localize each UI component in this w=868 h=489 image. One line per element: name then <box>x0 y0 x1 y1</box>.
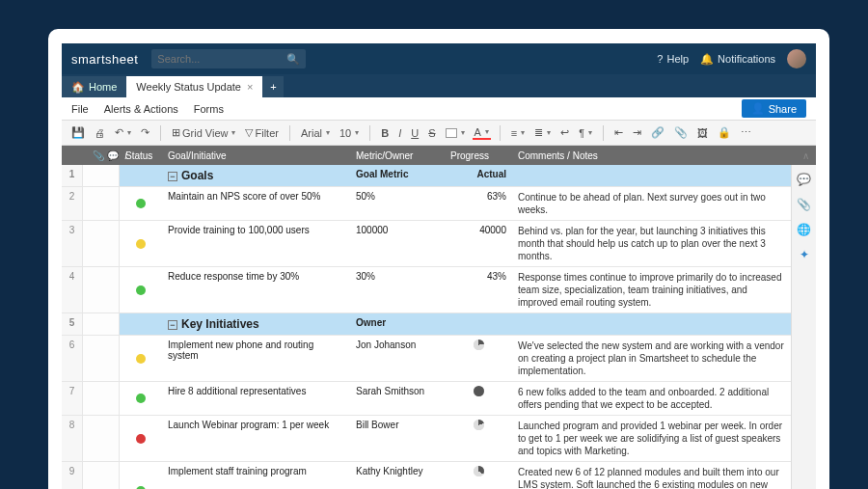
fill-color-button[interactable] <box>444 128 467 138</box>
close-icon[interactable]: × <box>247 81 253 93</box>
share-button[interactable]: 👤Share <box>742 99 806 118</box>
more-icon[interactable]: ⋯ <box>739 126 753 139</box>
col-progress[interactable]: Progress <box>445 150 512 161</box>
right-rail: 💬 📎 🌐 ✦ <box>791 165 816 489</box>
status-dot[interactable] <box>136 199 146 208</box>
fontsize-select[interactable]: 10 <box>338 127 361 139</box>
person-icon: 👤 <box>751 102 765 115</box>
col-metric[interactable]: Metric/Owner <box>350 150 445 161</box>
table-row[interactable]: 1−GoalsGoal MetricActual <box>62 165 791 187</box>
help-link[interactable]: ?Help <box>657 53 689 65</box>
status-dot[interactable] <box>136 285 146 295</box>
table-row[interactable]: 6Implement new phone and routing systemJ… <box>62 336 791 382</box>
help-icon: ? <box>657 53 663 65</box>
menu-file[interactable]: File <box>71 103 89 115</box>
attachments-rail-icon[interactable]: 📎 <box>798 198 811 211</box>
search-icon[interactable]: 🔍 <box>286 53 300 66</box>
toolbar: 💾 🖨 ↶ ↷ ⊞ Grid View ▽ Filter Arial 10 B … <box>62 121 816 146</box>
progress-pie-icon[interactable] <box>474 386 484 396</box>
col-comments[interactable]: Comments / Notes <box>512 150 795 161</box>
strike-button[interactable]: S <box>426 127 437 139</box>
table-row[interactable]: 8Launch Webinar program: 1 per weekBill … <box>62 416 791 462</box>
status-dot[interactable] <box>136 394 146 403</box>
status-dot[interactable] <box>136 239 146 249</box>
document-tab[interactable]: Weekly Status Update× <box>126 76 262 97</box>
collapse-rail-icon[interactable]: ∧ <box>795 150 816 161</box>
status-dot[interactable] <box>136 434 146 444</box>
attachment-header-icon[interactable]: 📎 <box>93 150 104 161</box>
home-icon: 🏠 <box>71 81 85 94</box>
image-icon[interactable]: 🖼 <box>695 127 710 139</box>
brand-logo: smartsheet <box>71 52 138 67</box>
bell-icon: 🔔 <box>700 53 714 66</box>
activity-rail-icon[interactable]: 🌐 <box>798 223 811 236</box>
comments-rail-icon[interactable]: 💬 <box>798 173 811 186</box>
menu-alerts[interactable]: Alerts & Actions <box>104 103 178 115</box>
text-color-button[interactable]: A <box>473 126 491 140</box>
status-dot[interactable] <box>136 354 146 364</box>
bold-button[interactable]: B <box>379 127 391 139</box>
filter-button[interactable]: ▽ Filter <box>243 126 280 139</box>
outdent-icon[interactable]: ⇤ <box>612 126 625 139</box>
align-left-icon[interactable]: ≡ <box>509 127 527 139</box>
col-status[interactable]: Status <box>120 150 162 161</box>
save-icon[interactable]: 💾 <box>69 126 87 139</box>
top-bar: smartsheet 🔍 ?Help 🔔Notifications <box>62 43 816 74</box>
table-row[interactable]: 9Implement staff training programKathy K… <box>62 462 791 489</box>
column-headers: 📎 💬 i Status Goal/Initiative Metric/Owne… <box>62 146 816 165</box>
table-row[interactable]: 4Reduce response time by 30%30%43%Respon… <box>62 267 791 313</box>
home-tab[interactable]: 🏠Home <box>62 76 126 97</box>
collapse-icon[interactable]: − <box>168 320 177 330</box>
table-row[interactable]: 3Provide training to 100,000 users100000… <box>62 221 791 267</box>
search-box[interactable]: 🔍 <box>151 49 306 68</box>
menu-bar: File Alerts & Actions Forms 👤Share <box>62 97 816 121</box>
menu-forms[interactable]: Forms <box>194 103 224 115</box>
avatar[interactable] <box>787 49 806 68</box>
notifications-link[interactable]: 🔔Notifications <box>700 53 775 66</box>
font-select[interactable]: Arial <box>299 127 332 139</box>
col-goal[interactable]: Goal/Initiative <box>162 150 350 161</box>
collapse-icon[interactable]: − <box>168 172 177 181</box>
add-tab-button[interactable]: + <box>262 76 284 97</box>
grid-body[interactable]: 1−GoalsGoal MetricActual2Maintain an NPS… <box>62 165 791 489</box>
format-icon[interactable]: ¶ <box>577 127 594 139</box>
print-icon[interactable]: 🖨 <box>93 127 107 139</box>
italic-button[interactable]: I <box>396 127 403 139</box>
redo-icon[interactable]: ↷ <box>139 126 151 139</box>
comment-header-icon[interactable]: 💬 <box>107 150 119 161</box>
link-icon[interactable]: 🔗 <box>649 126 666 139</box>
attach-icon[interactable]: 📎 <box>672 126 690 139</box>
table-row[interactable]: 7Hire 8 additional representativesSarah … <box>62 382 791 416</box>
info-rail-icon[interactable]: ✦ <box>798 248 811 261</box>
lock-icon[interactable]: 🔒 <box>716 126 733 139</box>
gridview-button[interactable]: ⊞ Grid View <box>170 126 237 139</box>
search-input[interactable] <box>157 53 273 65</box>
progress-pie-icon[interactable] <box>474 420 484 430</box>
indent-icon[interactable]: ⇥ <box>631 126 643 139</box>
tab-strip: 🏠Home Weekly Status Update× + <box>62 74 816 97</box>
progress-pie-icon[interactable] <box>474 466 484 476</box>
progress-pie-icon[interactable] <box>474 340 484 350</box>
undo-icon[interactable]: ↶ <box>113 126 133 139</box>
underline-button[interactable]: U <box>409 127 420 139</box>
table-row[interactable]: 2Maintain an NPS score of over 50%50%63%… <box>62 187 791 221</box>
align-vert-icon[interactable]: ≣ <box>532 126 553 139</box>
table-row[interactable]: 5−Key InitiativesOwner <box>62 313 791 336</box>
wrap-icon[interactable]: ↩ <box>558 126 571 139</box>
